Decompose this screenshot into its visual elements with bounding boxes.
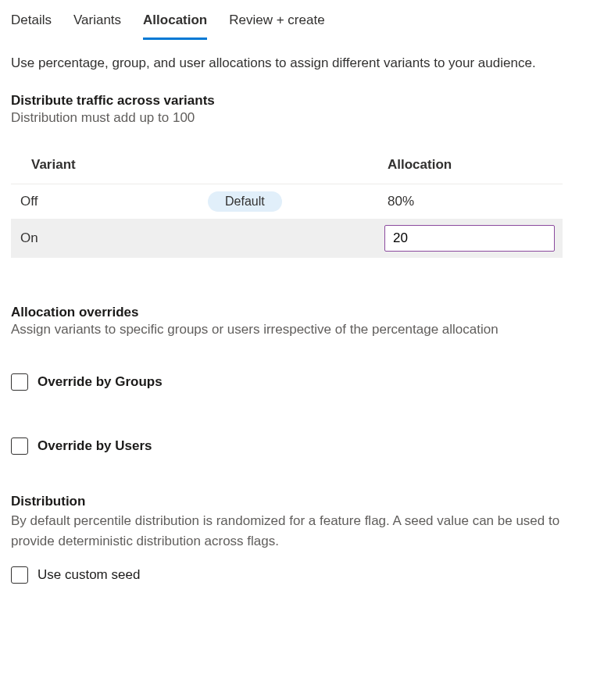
table-row: Off Default 80%: [11, 184, 563, 219]
header-variant: Variant: [31, 157, 388, 173]
tabs-nav: Details Variants Allocation Review + cre…: [0, 0, 611, 40]
variant-name-off: Off: [20, 194, 52, 209]
default-badge: Default: [208, 191, 282, 212]
distribution-subtitle: By default percentile distribution is ra…: [11, 511, 573, 551]
distribute-title: Distribute traffic across variants: [11, 93, 600, 109]
tab-details[interactable]: Details: [11, 8, 52, 40]
overrides-subtitle: Assign variants to specific groups or us…: [11, 322, 600, 338]
allocation-cell-on: [384, 225, 555, 252]
distribution-title: Distribution: [11, 494, 600, 509]
overrides-title: Allocation overrides: [11, 305, 600, 320]
allocation-display-off: 80%: [388, 194, 414, 209]
table-row: On: [11, 219, 563, 258]
variant-table: Variant Allocation Off Default 80% On: [11, 148, 563, 258]
variant-name-on: On: [20, 230, 52, 246]
override-users-checkbox[interactable]: [11, 438, 28, 455]
tab-allocation[interactable]: Allocation: [143, 8, 207, 40]
content-area: Use percentage, group, and user allocati…: [0, 40, 611, 584]
distribute-subtitle: Distribution must add up to 100: [11, 110, 600, 126]
header-allocation: Allocation: [388, 157, 452, 173]
intro-text: Use percentage, group, and user allocati…: [11, 55, 600, 71]
tab-review-create[interactable]: Review + create: [229, 8, 324, 40]
override-groups-row: Override by Groups: [11, 373, 600, 391]
variant-cell: Off Default: [20, 191, 388, 212]
override-users-row: Override by Users: [11, 438, 600, 455]
allocation-input-on[interactable]: [384, 225, 555, 252]
variant-cell: On: [20, 230, 384, 246]
override-groups-checkbox[interactable]: [11, 373, 28, 391]
custom-seed-label[interactable]: Use custom seed: [38, 567, 140, 583]
custom-seed-row: Use custom seed: [11, 566, 600, 584]
variant-table-header: Variant Allocation: [11, 148, 563, 184]
custom-seed-checkbox[interactable]: [11, 566, 28, 584]
override-users-label[interactable]: Override by Users: [38, 438, 152, 454]
distribution-section: Distribution By default percentile distr…: [11, 494, 600, 584]
tab-variants[interactable]: Variants: [73, 8, 121, 40]
distribute-section: Distribute traffic across variants Distr…: [11, 93, 600, 258]
overrides-section: Allocation overrides Assign variants to …: [11, 305, 600, 455]
override-groups-label[interactable]: Override by Groups: [38, 374, 163, 390]
